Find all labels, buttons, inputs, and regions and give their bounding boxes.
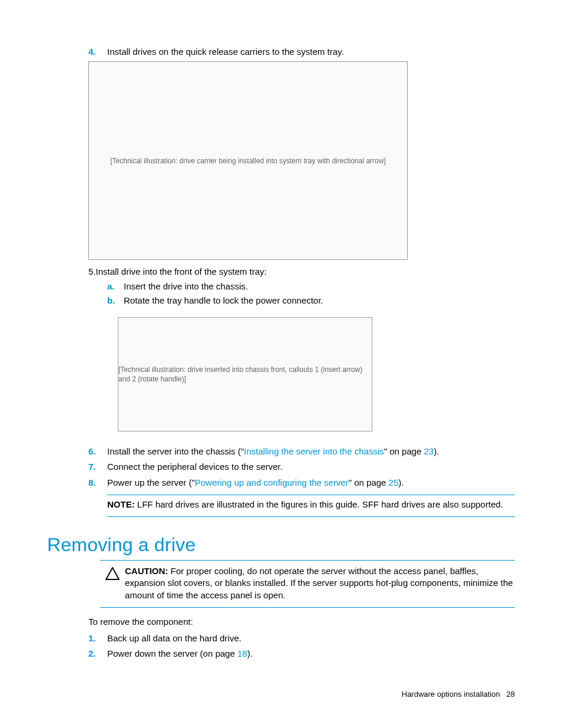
xref-page-number[interactable]: 23 [424,446,434,456]
substep-letter: b. [107,295,124,307]
section-heading-removing-drive: Removing a drive [47,532,515,558]
remove-step-2: 2. Power down the server (on page 18). [88,648,515,660]
substep-list: a. Insert the drive into the chassis. b.… [107,281,515,307]
note-label: NOTE: [107,499,135,509]
step-4: 4. Install drives on the quick release c… [88,46,515,58]
remove-step-1: 1. Back up all data on the hard drive. [88,633,515,644]
caution-text: For proper cooling, do not operate the s… [125,566,513,600]
text-fragment: ). [398,477,404,487]
xref-link-install-chassis[interactable]: Installing the server into the chassis [244,446,384,456]
step-number: 4. [88,46,107,58]
step-text: Power up the server ("Powering up and co… [107,477,404,489]
caution-label: CAUTION: [125,566,168,576]
text-fragment: Power down the server (on page [107,648,237,658]
substep-a: a. Insert the drive into the chassis. [107,281,515,292]
remove-procedure-list: 1. Back up all data on the hard drive. 2… [88,633,515,660]
step-text: Back up all data on the hard drive. [107,633,242,644]
xref-page-number[interactable]: 18 [237,648,247,658]
step-text: Install drive into the front of the syst… [96,266,267,278]
xref-page-number[interactable]: 25 [389,477,399,487]
step-text: Install the server into the chassis ("In… [107,446,439,457]
intro-text: To remove the component: [88,616,515,628]
note-text: LFF hard drives are illustrated in the f… [135,499,503,509]
document-page: 4. Install drives on the quick release c… [0,0,562,728]
text-fragment: Install the server into the chassis (" [107,446,244,456]
step-text: Connect the peripheral devices to the se… [107,461,283,473]
text-fragment: " on page [384,446,424,456]
procedure-list: 4. Install drives on the quick release c… [88,46,515,58]
step-number: 5. [88,266,96,278]
step-7: 7. Connect the peripheral devices to the… [88,461,515,473]
caution-block: CAUTION: For proper cooling, do not oper… [100,560,515,608]
substep-text: Rotate the tray handle to lock the power… [124,295,323,307]
procedure-list-continued: 5. Install drive into the front of the s… [88,266,515,489]
warning-triangle-icon [105,566,120,581]
text-fragment: ). [247,648,253,658]
substep-text: Insert the drive into the chassis. [124,281,248,292]
step-number: 8. [88,477,107,489]
figure-insert-drive: [Technical illustration: drive inserted … [118,317,372,431]
step-text: Power down the server (on page 18). [107,648,253,660]
page-footer: Hardware options installation 28 [402,689,515,700]
figure-alt-text: [Technical illustration: drive inserted … [118,365,372,384]
footer-page-number: 28 [507,690,515,699]
text-fragment: " on page [349,477,389,487]
text-fragment: ). [434,446,439,456]
figure-alt-text: [Technical illustration: drive carrier b… [110,156,386,166]
step-8: 8. Power up the server ("Powering up and… [88,477,515,489]
note-block: NOTE: LFF hard drives are illustrated in… [107,495,515,517]
main-content: 4. Install drives on the quick release c… [88,46,515,517]
text-fragment: Power up the server (" [107,477,195,487]
footer-section: Hardware options installation [402,690,500,699]
step-number: 2. [88,648,107,660]
caution-text-container: CAUTION: For proper cooling, do not oper… [125,565,515,601]
figure-install-carrier: [Technical illustration: drive carrier b… [88,61,408,260]
step-6: 6. Install the server into the chassis (… [88,446,515,457]
step-number: 6. [88,446,107,457]
step-number: 7. [88,461,107,473]
substep-b: b. Rotate the tray handle to lock the po… [107,295,515,307]
substep-letter: a. [107,281,124,292]
caution-icon [100,565,125,601]
step-5: 5. Install drive into the front of the s… [88,266,515,431]
step-number: 1. [88,633,107,644]
xref-link-power-up[interactable]: Powering up and configuring the server [195,477,349,487]
step-text: Install drives on the quick release carr… [107,46,344,58]
